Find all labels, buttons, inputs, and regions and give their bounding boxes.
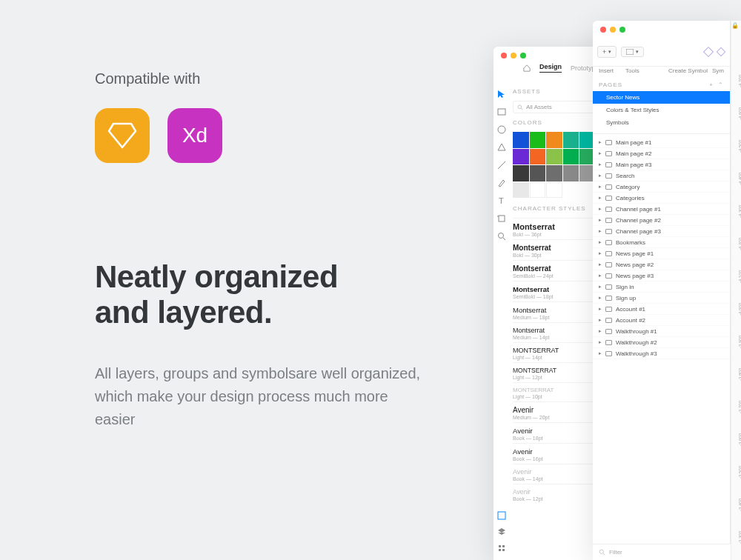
maximize-icon[interactable]: [619, 27, 625, 33]
layer-row[interactable]: ▸News page #1: [593, 248, 730, 259]
disclosure-triangle-icon[interactable]: ▸: [599, 150, 602, 156]
assets-panel-icon[interactable]: [497, 527, 506, 536]
insert-button[interactable]: + ▾: [597, 46, 617, 58]
line-tool-icon[interactable]: [497, 161, 506, 170]
close-icon[interactable]: [501, 53, 507, 59]
add-page-icon[interactable]: +: [709, 81, 714, 88]
vertical-ruler: 🔒 -4 700-4 600-4 500-4 400-4 300-4 200-4…: [731, 21, 741, 560]
disclosure-triangle-icon[interactable]: ▸: [599, 206, 602, 212]
disclosure-triangle-icon[interactable]: ▸: [599, 350, 602, 356]
layer-list: ▸Main page #1▸Main page #2▸Main page #3▸…: [593, 133, 730, 362]
color-swatch[interactable]: [530, 182, 546, 199]
layer-row[interactable]: ▸Channel page #1: [593, 204, 730, 215]
disclosure-triangle-icon[interactable]: ▸: [599, 250, 602, 256]
color-swatch[interactable]: [546, 149, 562, 165]
layers-panel-icon[interactable]: [497, 511, 506, 520]
layer-row[interactable]: ▸Category: [593, 181, 730, 193]
polygon-tool-icon[interactable]: [497, 143, 506, 152]
layer-row[interactable]: ▸Account #1: [593, 304, 730, 315]
artboard-tool-icon[interactable]: [497, 214, 506, 223]
disclosure-triangle-icon[interactable]: ▸: [599, 139, 602, 145]
disclosure-triangle-icon[interactable]: ▸: [599, 184, 602, 190]
color-swatch[interactable]: [530, 149, 546, 165]
layer-row[interactable]: ▸Categories: [593, 193, 730, 204]
layer-row[interactable]: ▸News page #2: [593, 259, 730, 270]
symbol-detach-icon[interactable]: [717, 47, 725, 56]
color-swatch[interactable]: [546, 165, 562, 181]
sketch-toolbar: + ▾ ▾: [593, 37, 730, 67]
disclosure-triangle-icon[interactable]: ▸: [599, 317, 602, 323]
window-controls[interactable]: [494, 47, 534, 63]
color-swatch[interactable]: [513, 132, 529, 148]
layer-row[interactable]: ▸Sign up: [593, 293, 730, 304]
layer-row[interactable]: ▸Main page #1: [593, 137, 730, 148]
color-swatch[interactable]: [563, 165, 579, 181]
rectangle-tool-icon[interactable]: [497, 107, 506, 116]
zoom-tool-icon[interactable]: [497, 232, 506, 241]
layer-label: Channel page #3: [616, 228, 661, 235]
color-swatch[interactable]: [513, 182, 529, 199]
insert-label: Insert: [599, 67, 614, 74]
page-row[interactable]: Symbols: [593, 116, 730, 129]
layer-row[interactable]: ▸News page #3: [593, 270, 730, 281]
layer-row[interactable]: ▸Main page #2: [593, 148, 730, 159]
collapse-pages-icon[interactable]: ⌃: [718, 81, 724, 88]
tools-button[interactable]: ▾: [621, 47, 644, 57]
ellipse-tool-icon[interactable]: [497, 125, 506, 134]
text-tool-icon[interactable]: T: [497, 196, 506, 205]
ruler-tick: -3 500: [738, 466, 741, 479]
disclosure-triangle-icon[interactable]: ▸: [599, 339, 602, 345]
disclosure-triangle-icon[interactable]: ▸: [599, 306, 602, 312]
page-row[interactable]: Colors & Text Styles: [593, 104, 730, 116]
layer-row[interactable]: ▸Bookmarks: [593, 237, 730, 248]
disclosure-triangle-icon[interactable]: ▸: [599, 273, 602, 279]
color-swatch[interactable]: [530, 132, 546, 148]
layer-row[interactable]: ▸Walkthrough #3: [593, 348, 730, 359]
artboard-icon: [605, 273, 612, 279]
page-row[interactable]: Sector News: [593, 91, 730, 104]
page-list: Sector NewsColors & Text StylesSymbols: [593, 91, 730, 129]
maximize-icon[interactable]: [520, 53, 526, 59]
disclosure-triangle-icon[interactable]: ▸: [599, 173, 602, 179]
layer-row[interactable]: ▸Sign in: [593, 281, 730, 293]
plugins-panel-icon[interactable]: [497, 544, 506, 553]
layer-row[interactable]: ▸Account #2: [593, 315, 730, 326]
layer-row[interactable]: ▸Main page #3: [593, 159, 730, 170]
disclosure-triangle-icon[interactable]: ▸: [599, 217, 602, 223]
minimize-icon[interactable]: [610, 27, 616, 33]
color-swatch[interactable]: [513, 149, 529, 165]
layer-row[interactable]: ▸Search: [593, 170, 730, 181]
disclosure-triangle-icon[interactable]: ▸: [599, 261, 602, 267]
pen-tool-icon[interactable]: [497, 179, 506, 187]
color-swatch[interactable]: [530, 165, 546, 181]
home-icon[interactable]: [523, 64, 531, 72]
window-controls[interactable]: [593, 21, 730, 37]
sketch-badge: [95, 108, 150, 163]
layer-row[interactable]: ▸Channel page #3: [593, 226, 730, 237]
disclosure-triangle-icon[interactable]: ▸: [599, 284, 602, 290]
svg-point-6: [499, 233, 504, 239]
disclosure-triangle-icon[interactable]: ▸: [599, 239, 602, 245]
color-swatch[interactable]: [563, 132, 579, 148]
move-tool-icon[interactable]: [497, 90, 506, 99]
layer-row[interactable]: ▸Channel page #2: [593, 215, 730, 226]
lock-icon[interactable]: 🔒: [731, 22, 739, 29]
disclosure-triangle-icon[interactable]: ▸: [599, 295, 602, 301]
disclosure-triangle-icon[interactable]: ▸: [599, 161, 602, 167]
close-icon[interactable]: [600, 27, 606, 33]
layer-row[interactable]: ▸Walkthrough #2: [593, 337, 730, 348]
disclosure-triangle-icon[interactable]: ▸: [599, 328, 602, 334]
filter-row[interactable]: Filter: [593, 544, 731, 560]
color-swatch[interactable]: [563, 149, 579, 165]
svg-point-1: [498, 126, 505, 133]
artboard-icon: [605, 296, 612, 301]
color-swatch[interactable]: [546, 132, 562, 148]
disclosure-triangle-icon[interactable]: ▸: [599, 228, 602, 234]
tab-design[interactable]: Design: [539, 63, 562, 73]
disclosure-triangle-icon[interactable]: ▸: [599, 195, 602, 201]
layer-row[interactable]: ▸Walkthrough #1: [593, 326, 730, 337]
minimize-icon[interactable]: [511, 53, 516, 59]
color-swatch[interactable]: [513, 165, 529, 181]
symbol-icon[interactable]: [703, 46, 714, 56]
color-swatch[interactable]: [546, 182, 562, 199]
